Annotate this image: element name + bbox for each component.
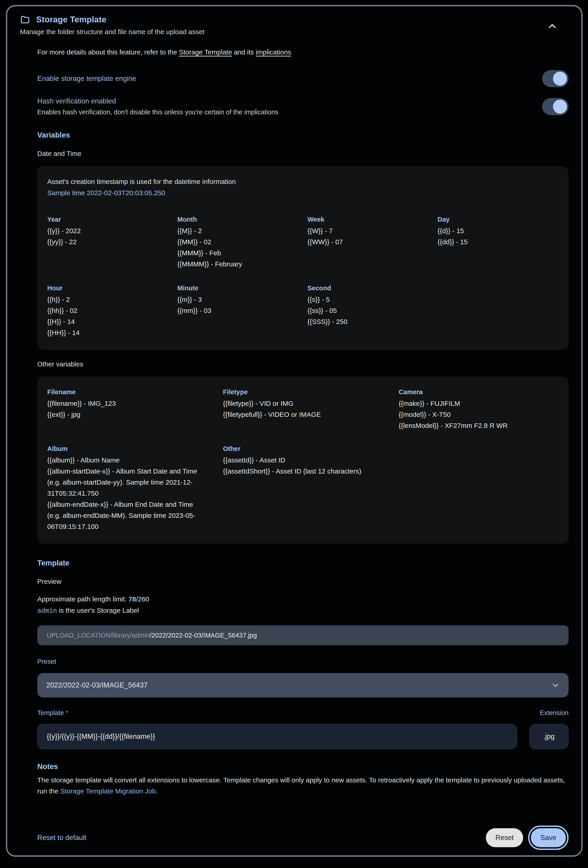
variables-heading: Variables: [37, 131, 569, 139]
enable-engine-toggle[interactable]: [542, 70, 569, 87]
var-item: {{H}} - 14: [47, 316, 168, 327]
preview-path-prefix: UPLOAD_LOCATION/library/admin: [47, 632, 150, 639]
storage-label-code: admin: [37, 607, 57, 615]
preset-label: Preset: [37, 658, 569, 665]
var-item: {{lensModel}} - XF27mm F2.8 R WR: [399, 420, 558, 431]
var-item: {{MMM}} - Feb: [177, 247, 298, 258]
notes-text: The storage template will convert all ex…: [37, 775, 569, 797]
var-item: {{model}} - X-T50: [399, 409, 558, 420]
template-label-text: Template: [37, 709, 64, 716]
var-item: {{SSS}} - 250: [307, 316, 429, 327]
other-variables-box: Filename {{filename}} - IMG_123 {{ext}} …: [37, 376, 569, 544]
reset-button[interactable]: Reset: [486, 828, 523, 847]
collapse-section-button[interactable]: [545, 19, 560, 34]
var-item: {{album-endDate-x}} - Album End Date and…: [47, 499, 207, 532]
storage-template-doc-link[interactable]: Storage Template: [179, 48, 232, 56]
template-heading: Template: [37, 559, 569, 567]
var-group-week: Week {{W}} - 7 {{WW}} - 07: [307, 216, 429, 270]
preview-path-main: /2022/2022-02-03/IMAGE_56437.jpg: [150, 632, 257, 639]
var-group-year: Year {{y}} - 2022 {{yy}} - 22: [47, 216, 168, 270]
toggle-knob: [553, 100, 567, 114]
var-group-other: Other {{assetId}} - Asset ID {{assetIdSh…: [223, 445, 383, 532]
var-item: {{s}} - 5: [307, 294, 429, 305]
template-field-label: Template*: [37, 709, 517, 717]
storage-template-settings-card: Storage Template Manage the folder struc…: [6, 5, 582, 857]
datetime-note: Asset's creation timestamp is used for t…: [47, 178, 558, 186]
required-asterisk: *: [66, 709, 68, 716]
chevron-up-icon: [546, 20, 558, 32]
var-item: {{HH}} - 14: [47, 327, 168, 338]
other-variables-label: Other variables: [37, 360, 569, 368]
datetime-sample-time: Sample time 2022-02-03T20:03:05.250: [47, 189, 558, 197]
intro-before: For more details about this feature, ref…: [37, 48, 179, 56]
toggle-knob: [553, 72, 567, 86]
preset-selected-value: 2022/2022-02-03/IMAGE_56437: [46, 681, 148, 689]
var-item: {{hh}} - 02: [47, 305, 168, 316]
hash-verification-toggle[interactable]: [542, 98, 569, 115]
var-item: {{m}} - 3: [177, 294, 298, 305]
notes-heading: Notes: [37, 762, 569, 771]
template-input[interactable]: [37, 724, 517, 749]
path-length-limit: Approximate path length limit: 78/260: [37, 595, 569, 603]
datetime-label: Date and Time: [37, 150, 569, 158]
hash-verification-label: Hash verification enabled: [37, 97, 278, 105]
var-group-day: Day {{d}} - 15 {{dd}} - 15: [437, 216, 558, 270]
var-item: {{filetypefull}} - VIDEO or IMAGE: [223, 409, 383, 420]
path-limit-prefix: Approximate path length limit:: [37, 595, 129, 603]
extension-value-box: .jpg: [529, 724, 569, 749]
var-item: {{album}} - Album Name: [47, 455, 207, 466]
var-item: {{MMMM}} - February: [177, 258, 298, 270]
section-header: Storage Template Manage the folder struc…: [20, 13, 569, 36]
storage-template-migration-job-link[interactable]: Storage Template Migration Job: [61, 787, 156, 795]
var-item: {{h}} - 2: [47, 294, 168, 305]
path-limit-suffix: /260: [136, 595, 149, 603]
var-item: {{assetId}} - Asset ID: [223, 455, 383, 466]
var-item: {{make}} - FUJIFILM: [399, 398, 558, 409]
enable-engine-label: Enable storage template engine: [37, 75, 136, 83]
intro-text: For more details about this feature, ref…: [37, 48, 569, 56]
storage-label-line: admin is the user's Storage Label: [37, 605, 569, 617]
preview-label: Preview: [37, 578, 569, 585]
extension-label: Extension: [540, 709, 569, 717]
notes-after-link: .: [156, 787, 158, 795]
var-group-minute: Minute {{m}} - 3 {{mm}} - 03: [177, 285, 298, 338]
var-item: {{album-startDate-x}} - Album Start Date…: [47, 466, 207, 499]
var-group-camera: Camera {{make}} - FUJIFILM {{model}} - X…: [399, 388, 558, 431]
var-item: {{WW}} - 07: [307, 236, 429, 247]
intro-middle: and its: [232, 48, 256, 56]
reset-to-default-button[interactable]: Reset to default: [37, 834, 86, 842]
var-item: {{MM}} - 02: [177, 236, 298, 247]
var-item: {{W}} - 7: [307, 225, 429, 236]
var-group-hour: Hour {{h}} - 2 {{hh}} - 02 {{H}} - 14 {{…: [47, 285, 168, 338]
var-item: {{mm}} - 03: [177, 305, 298, 316]
var-group-filename: Filename {{filename}} - IMG_123 {{ext}} …: [47, 388, 207, 431]
template-preview-path: UPLOAD_LOCATION/library/admin/2022/2022-…: [37, 625, 569, 645]
folder-icon: [20, 15, 30, 25]
var-item: {{assetIdShort}} - Asset ID (last 12 cha…: [223, 466, 383, 477]
var-group-second: Second {{s}} - 5 {{ss}} - 05 {{SSS}} - 2…: [307, 285, 429, 338]
preset-select[interactable]: 2022/2022-02-03/IMAGE_56437: [37, 673, 569, 697]
save-button[interactable]: Save: [531, 828, 566, 847]
var-item: {{dd}} - 15: [437, 236, 558, 247]
footer-actions: Reset to default Reset Save: [20, 828, 569, 847]
var-item: {{ext}} - jpg: [47, 409, 207, 420]
hash-verification-description: Enables hash verification, don't disable…: [37, 108, 278, 116]
extension-value: .jpg: [543, 732, 554, 741]
var-item: {{d}} - 15: [437, 225, 558, 236]
storage-label-text: is the user's Storage Label: [57, 607, 139, 614]
page-subtitle: Manage the folder structure and file nam…: [20, 28, 569, 36]
var-group-album: Album {{album}} - Album Name {{album-sta…: [47, 445, 207, 532]
setting-row-hash-verification: Hash verification enabled Enables hash v…: [37, 97, 569, 116]
var-item: {{filename}} - IMG_123: [47, 398, 207, 409]
setting-row-enable-engine: Enable storage template engine: [37, 70, 569, 87]
var-item: {{filetype}} - VID or IMG: [223, 398, 383, 409]
var-item: {{yy}} - 22: [47, 236, 168, 247]
var-group-month: Month {{M}} - 2 {{MM}} - 02 {{MMM}} - Fe…: [177, 216, 298, 270]
var-group-filetype: Filetype {{filetype}} - VID or IMG {{fil…: [223, 388, 383, 431]
var-item: {{y}} - 2022: [47, 225, 168, 236]
var-item: {{ss}} - 05: [307, 305, 429, 316]
var-item: {{M}} - 2: [177, 225, 298, 236]
implications-doc-link[interactable]: implications: [256, 48, 291, 56]
path-limit-value: 78: [129, 595, 136, 603]
chevron-down-icon: [551, 680, 560, 690]
